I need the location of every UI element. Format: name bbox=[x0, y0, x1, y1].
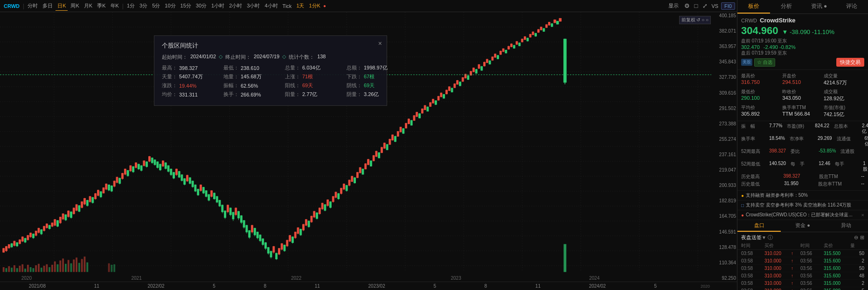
tab-1h[interactable]: 1小时 bbox=[209, 1, 226, 10]
svg-rect-448 bbox=[8, 266, 10, 272]
volume-cell: 成交量 4214.57万 bbox=[824, 72, 864, 87]
time-label-1: 2021/08 bbox=[29, 283, 46, 289]
tab-5min[interactable]: 5分 bbox=[150, 1, 162, 10]
stock-time1: 盘前 07/19 16:00 至东 bbox=[741, 38, 864, 44]
trade-table: 03:58 310.020 ↑ 03:56 315.500 50 03:58 3… bbox=[737, 250, 868, 290]
trade-row: 03:58 310.000 ↑ 03:56 315.600 2 bbox=[737, 257, 868, 265]
svg-rect-468 bbox=[62, 258, 64, 272]
tab-pankou[interactable]: 盘口 bbox=[737, 220, 781, 232]
vs-label: VS bbox=[711, 3, 718, 9]
svg-rect-174 bbox=[197, 189, 199, 195]
turnover-value: TTM 566.84 bbox=[782, 111, 823, 117]
tab-4h[interactable]: 4小时 bbox=[263, 1, 279, 10]
tab-3min[interactable]: 3分 bbox=[138, 1, 149, 10]
svg-rect-314 bbox=[386, 145, 388, 150]
news-close-button[interactable]: × bbox=[861, 212, 864, 218]
tab-30min[interactable]: 30分 bbox=[194, 1, 208, 10]
svg-rect-128 bbox=[135, 163, 137, 167]
tab-15min[interactable]: 15分 bbox=[179, 1, 193, 10]
self-select-btn[interactable]: ☆ 自选 bbox=[754, 58, 775, 67]
tab-rik[interactable]: 日K bbox=[56, 1, 68, 11]
col-sell-price: 卖价 bbox=[824, 242, 850, 249]
svg-rect-274 bbox=[332, 196, 334, 201]
svg-rect-54 bbox=[35, 231, 37, 235]
trade-list-title: 夜盘送签 bbox=[741, 234, 762, 241]
mktcap-value: 742.15亿 bbox=[824, 111, 864, 118]
tab-duori[interactable]: 多日 bbox=[41, 1, 55, 10]
screenshot-icon[interactable]: □ bbox=[694, 1, 699, 10]
price-level-18: 92.250 bbox=[712, 276, 736, 281]
tab-2h[interactable]: 2小时 bbox=[227, 1, 244, 10]
tab-movement[interactable]: 异动 bbox=[825, 220, 868, 232]
svg-rect-444 bbox=[563, 39, 566, 83]
svg-rect-320 bbox=[395, 136, 396, 141]
expand-icon[interactable]: ⤢ bbox=[701, 1, 708, 10]
after-price: 302.470 bbox=[741, 44, 760, 50]
blue-box-icon: □ bbox=[741, 203, 744, 208]
svg-rect-428 bbox=[540, 27, 542, 30]
tab-zhou[interactable]: 周K bbox=[69, 1, 81, 10]
price-level-7: 291.502 bbox=[712, 106, 736, 111]
tab-comments[interactable]: 评论 bbox=[835, 0, 868, 14]
svg-rect-236 bbox=[281, 243, 283, 249]
tab-1day[interactable]: 1天 bbox=[294, 1, 306, 10]
svg-rect-188 bbox=[216, 196, 218, 202]
tab-1min[interactable]: 1分 bbox=[125, 1, 137, 10]
svg-rect-164 bbox=[184, 179, 186, 184]
quick-trade-button[interactable]: 快捷交易 bbox=[836, 58, 864, 67]
svg-rect-459 bbox=[38, 264, 40, 272]
svg-rect-76 bbox=[65, 215, 67, 220]
market-cap-circ: 824.22 bbox=[815, 123, 829, 135]
tab-capital[interactable]: 资金 ● bbox=[781, 220, 824, 232]
tab-10min[interactable]: 10分 bbox=[163, 1, 177, 10]
bond-ttm: -- bbox=[861, 181, 864, 187]
tab-yue[interactable]: 月K bbox=[82, 1, 94, 10]
tab-fen[interactable]: 分时 bbox=[26, 1, 40, 10]
display-btn[interactable]: 显示 bbox=[667, 1, 681, 10]
svg-rect-450 bbox=[14, 265, 15, 272]
col-arrow bbox=[791, 242, 800, 249]
time-label-11: 2024/02 bbox=[589, 283, 606, 289]
price-level-16: 128.478 bbox=[712, 245, 736, 250]
svg-rect-130 bbox=[138, 164, 139, 169]
tab-analysis[interactable]: 分析 bbox=[770, 0, 803, 14]
svg-rect-464 bbox=[51, 265, 53, 272]
hist-low: 31.950 bbox=[784, 181, 799, 187]
svg-rect-82 bbox=[73, 208, 75, 214]
tab-news[interactable]: 资讯 ● bbox=[803, 0, 835, 14]
tab-3h[interactable]: 3小时 bbox=[245, 1, 262, 10]
stats-close-button[interactable]: × bbox=[378, 40, 382, 47]
svg-rect-170 bbox=[192, 181, 194, 186]
svg-rect-306 bbox=[375, 151, 377, 156]
svg-rect-52 bbox=[32, 234, 34, 238]
right-panel: 板价 分析 资讯 ● 评论 CRWD CrowdStrike 304.960 ▼… bbox=[737, 0, 868, 290]
notice-financing: ● 支持融资 融资参考利率：50% bbox=[737, 191, 868, 200]
svg-rect-182 bbox=[208, 194, 210, 200]
tab-1mink[interactable]: 1分K bbox=[307, 1, 322, 10]
ticker-symbol[interactable]: CRWD bbox=[2, 2, 21, 10]
svg-rect-471 bbox=[70, 263, 72, 272]
svg-rect-398 bbox=[500, 51, 501, 55]
tab-ji[interactable]: 季K bbox=[95, 1, 107, 10]
svg-rect-176 bbox=[200, 185, 202, 191]
time-scale-end: 2020 bbox=[686, 284, 711, 289]
svg-rect-94 bbox=[89, 196, 91, 201]
time-label-2: 11 bbox=[94, 283, 99, 289]
tab-tick[interactable]: Tick bbox=[281, 2, 294, 10]
collapse-icon[interactable]: ⊖ bbox=[854, 235, 858, 241]
settings-icon[interactable]: ⚙ bbox=[683, 1, 691, 10]
svg-rect-364 bbox=[454, 84, 456, 88]
svg-rect-392 bbox=[492, 57, 493, 60]
svg-rect-440 bbox=[556, 21, 559, 24]
svg-rect-451 bbox=[16, 268, 18, 272]
tab-price[interactable]: 板价 bbox=[737, 0, 770, 14]
svg-rect-256 bbox=[308, 221, 310, 227]
stock-flags: 美股 ☆ 自选 快捷交易 bbox=[741, 58, 864, 67]
svg-rect-138 bbox=[149, 157, 151, 161]
svg-rect-476 bbox=[84, 256, 86, 272]
svg-rect-400 bbox=[502, 48, 504, 51]
tab-nian[interactable]: 年K bbox=[109, 1, 121, 10]
grid-icon[interactable]: ⊞ bbox=[860, 235, 864, 241]
fi0-button[interactable]: FI0 bbox=[721, 2, 735, 10]
svg-rect-264 bbox=[319, 208, 320, 214]
